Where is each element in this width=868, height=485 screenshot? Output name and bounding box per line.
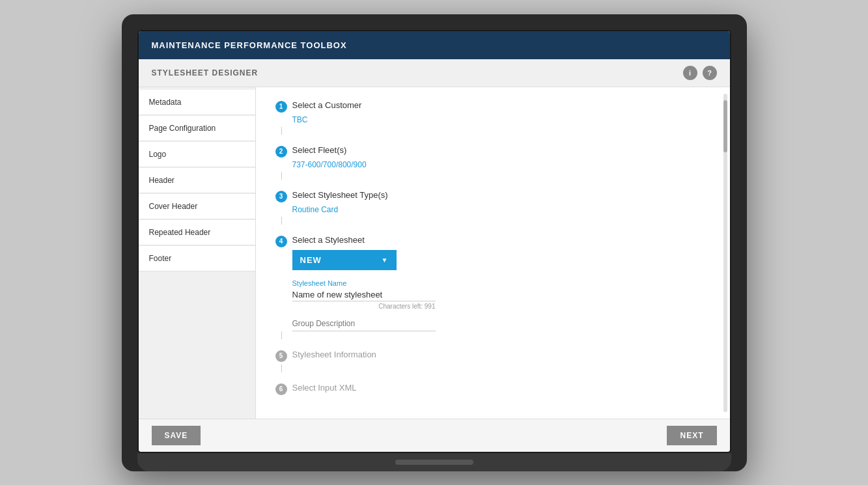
sidebar-item-metadata[interactable]: Metadata [139,90,255,115]
step-2-title: Select Fleet(s) [292,145,347,155]
step-4-group: 4 Select a Stylesheet NEW ▼ Stylesheet N… [275,235,710,339]
chars-left-label: Characters left: [378,303,423,310]
stylesheet-name-label: Stylesheet Name [292,279,710,287]
step-1-group: 1 Select a Customer TBC [275,100,710,135]
step-2-number: 2 [275,146,287,158]
step-6-group: 6 Select Input XML [275,383,710,395]
sidebar-item-cover-header[interactable]: Cover Header [139,194,255,219]
step-5-number: 5 [275,350,287,362]
step-3-header: 3 Select Stylesheet Type(s) [275,190,710,202]
group-description-input[interactable] [292,316,436,331]
stylesheet-dropdown[interactable]: NEW ▼ [292,250,397,270]
step-6-header: 6 Select Input XML [275,383,710,395]
step-5-header: 5 Stylesheet Information [275,350,710,362]
laptop-container: MAINTENANCE PERFORMANCE TOOLBOX STYLESHE… [122,14,747,471]
step-5-title: Stylesheet Information [292,350,376,359]
laptop-base-notch [395,460,473,465]
stylesheet-name-input[interactable] [292,288,436,301]
step-3-title: Select Stylesheet Type(s) [292,190,388,200]
step-1-number: 1 [275,101,287,113]
char-count: Characters left: 991 [292,303,436,310]
app-subheader: STYLESHEET DESIGNER i ? [139,59,730,87]
sidebar-item-page-configuration[interactable]: Page Configuration [139,116,255,141]
step-3-group: 3 Select Stylesheet Type(s) Routine Card [275,190,710,225]
app-title: MAINTENANCE PERFORMANCE TOOLBOX [152,40,347,50]
dropdown-label: NEW [300,255,322,265]
sidebar-item-footer[interactable]: Footer [139,246,255,271]
app-body: Metadata Page Configuration Logo Header … [139,87,730,419]
save-button[interactable]: SAVE [152,426,201,445]
step-1-title: Select a Customer [292,100,362,110]
help-icon[interactable]: ? [703,66,717,80]
dropdown-arrow-icon: ▼ [382,256,389,264]
main-content: 1 Select a Customer TBC 2 Select Fleet(s… [256,87,730,419]
scrollbar-thumb[interactable] [723,100,727,152]
app-footer: SAVE NEXT [139,419,730,452]
step-6-number: 6 [275,383,287,395]
form-section: Stylesheet Name Characters left: 991 [292,279,710,331]
subheader-icons: i ? [683,66,717,80]
step-5-group: 5 Stylesheet Information [275,350,710,372]
step-4-title: Select a Stylesheet [292,235,365,245]
step-2-header: 2 Select Fleet(s) [275,145,710,158]
step-4-connector [281,331,282,339]
step-2-group: 2 Select Fleet(s) 737-600/700/800/900 [275,145,710,180]
step-2-value: 737-600/700/800/900 [292,160,710,169]
step-4-number: 4 [275,236,287,247]
laptop-base [137,453,731,471]
chars-left-value: 991 [425,303,436,310]
step-1-value: TBC [292,115,710,124]
step-2-connector [281,172,282,180]
step-4-header: 4 Select a Stylesheet [275,235,710,247]
step-3-value: Routine Card [292,205,710,214]
sidebar-item-repeated-header[interactable]: Repeated Header [139,220,255,245]
laptop-screen: MAINTENANCE PERFORMANCE TOOLBOX STYLESHE… [137,30,731,453]
step-3-connector [281,217,282,225]
step-5-connector [281,365,282,372]
step-3-number: 3 [275,191,287,202]
subheader-title: STYLESHEET DESIGNER [152,68,259,77]
step-1-connector [281,127,282,135]
info-icon[interactable]: i [683,66,697,80]
next-button[interactable]: NEXT [667,426,716,445]
sidebar-item-header[interactable]: Header [139,168,255,193]
sidebar-item-logo[interactable]: Logo [139,142,255,167]
step-1-header: 1 Select a Customer [275,100,710,113]
scrollbar[interactable] [723,94,727,412]
step-6-title: Select Input XML [292,383,357,393]
sidebar: Metadata Page Configuration Logo Header … [139,87,256,419]
app-header: MAINTENANCE PERFORMANCE TOOLBOX [139,31,730,59]
